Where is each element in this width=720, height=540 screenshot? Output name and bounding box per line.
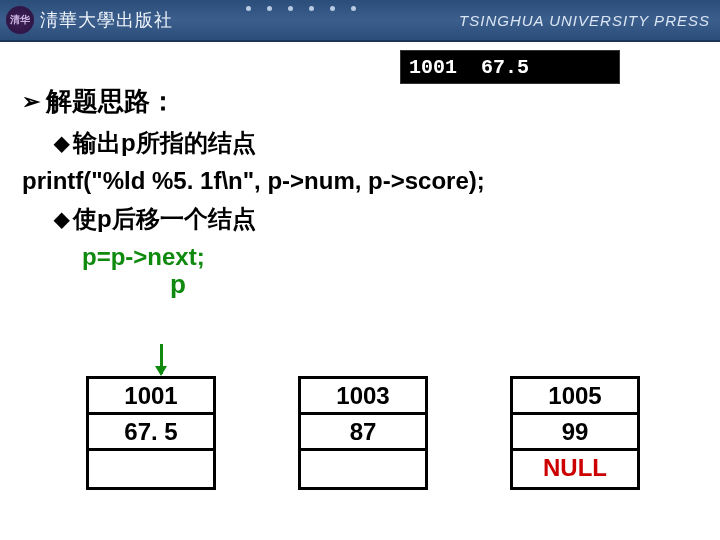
tsinghua-crest-icon: 清华 xyxy=(6,6,34,34)
program-output-box: 1001 67.5 xyxy=(400,50,620,84)
node-3-num: 1005 xyxy=(513,379,637,415)
diamond-bullet-icon: ◆ xyxy=(54,207,69,231)
node-2-num: 1003 xyxy=(301,379,425,415)
output-num: 1001 xyxy=(409,56,457,79)
node-1-next xyxy=(89,451,213,487)
node-2-next xyxy=(301,451,425,487)
linked-list-diagram: 1001 67. 5 1003 87 1005 99 NULL xyxy=(0,370,720,540)
triangle-bullet-icon: ➢ xyxy=(22,89,40,115)
heading-1-text: 解题思路： xyxy=(46,84,176,119)
diamond-bullet-icon: ◆ xyxy=(54,131,69,155)
node-2-score: 87 xyxy=(301,415,425,451)
node-1: 1001 67. 5 xyxy=(86,376,216,490)
publisher-logo-block: 清华 淸華大學出版社 xyxy=(6,6,173,34)
pointer-p-label: p xyxy=(170,269,698,300)
node-3: 1005 99 NULL xyxy=(510,376,640,490)
header-bar: 清华 淸華大學出版社 TSINGHUA UNIVERSITY PRESS xyxy=(0,0,720,42)
code-advance: p=p->next; xyxy=(82,243,698,271)
node-1-score: 67. 5 xyxy=(89,415,213,451)
code-printf: printf("%ld %5. 1f\n", p->num, p->score)… xyxy=(22,167,698,195)
output-score: 67.5 xyxy=(481,56,529,79)
publisher-en: TSINGHUA UNIVERSITY PRESS xyxy=(459,12,710,29)
heading-1: ➢ 解题思路： xyxy=(22,84,698,119)
heading-2b: ◆ 使p后移一个结点 xyxy=(54,203,698,235)
node-3-next: NULL xyxy=(513,451,637,487)
heading-2a: ◆ 输出p所指的结点 xyxy=(54,127,698,159)
heading-2b-text: 使p后移一个结点 xyxy=(73,203,256,235)
node-1-num: 1001 xyxy=(89,379,213,415)
slide-body: ➢ 解题思路： ◆ 输出p所指的结点 printf("%ld %5. 1f\n"… xyxy=(22,84,698,300)
node-3-score: 99 xyxy=(513,415,637,451)
decorative-dots xyxy=(246,0,356,11)
heading-2a-text: 输出p所指的结点 xyxy=(73,127,256,159)
publisher-cn: 淸華大學出版社 xyxy=(40,8,173,32)
node-2: 1003 87 xyxy=(298,376,428,490)
